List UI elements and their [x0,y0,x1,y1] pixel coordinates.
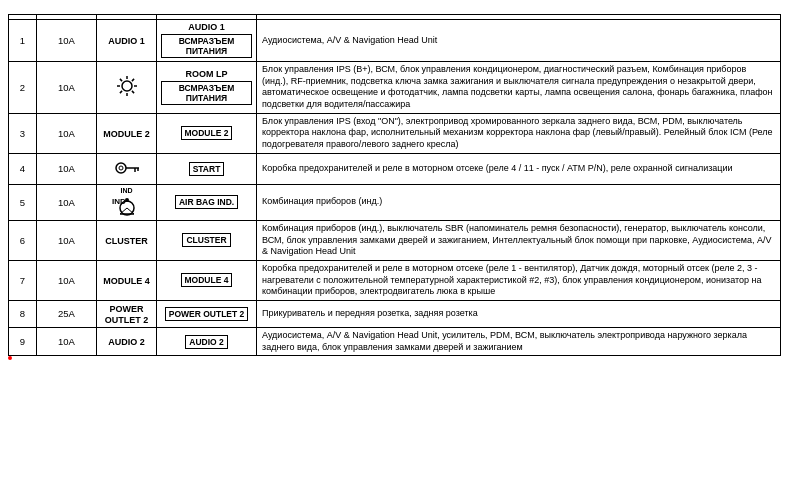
table-row: 825APOWER OUTLET 2POWER OUTLET 2Прикурив… [9,300,781,327]
cell-protected: Комбинация приборов (инд.), выключатель … [257,220,781,260]
cell-no: 1 [9,20,37,62]
svg-point-0 [122,81,132,91]
cell-symbol: CLUSTER [97,220,157,260]
svg-point-10 [119,166,123,170]
cell-name: CLUSTER [157,220,257,260]
cell-no: 4 [9,153,37,184]
cell-name: START [157,153,257,184]
cell-no: 9 [9,327,37,355]
table-row: 910AAUDIO 2AUDIO 2Аудиосистема, A/V & Na… [9,327,781,355]
cell-symbol: MODULE 2 [97,113,157,153]
cell-nominal: 10A [37,220,97,260]
cell-no: 3 [9,113,37,153]
table-wrapper: 110AAUDIO 1AUDIO 1ВСМРАЗЪЕМ ПИТАНИЯАудио… [8,14,781,356]
table-row: 310AMODULE 2MODULE 2Блок управления IPS … [9,113,781,153]
cell-name: MODULE 2 [157,113,257,153]
table-row: 610ACLUSTERCLUSTERКомбинация приборов (и… [9,220,781,260]
cell-no: 6 [9,220,37,260]
cell-nominal: 10A [37,62,97,114]
cell-name: MODULE 4 [157,260,257,300]
table-row: 110AAUDIO 1AUDIO 1ВСМРАЗЪЕМ ПИТАНИЯАудио… [9,20,781,62]
cell-name: AIR BAG IND. [157,184,257,220]
cell-name: AUDIO 1ВСМРАЗЪЕМ ПИТАНИЯ [157,20,257,62]
cell-symbol: MODULE 4 [97,260,157,300]
cell-nominal: 10A [37,20,97,62]
cell-protected: Коробка предохранителей и реле в моторно… [257,260,781,300]
cell-no: 2 [9,62,37,114]
fuse-table: 110AAUDIO 1AUDIO 1ВСМРАЗЪЕМ ПИТАНИЯАудио… [8,14,781,356]
cell-protected: Прикуриватель и передняя розетка, задняя… [257,300,781,327]
cell-nominal: 10A [37,153,97,184]
cell-nominal: 10A [37,184,97,220]
cell-no: 7 [9,260,37,300]
table-row: 510AIND IND AIR BAG IND.Комбинация прибо… [9,184,781,220]
cell-name: POWER OUTLET 2 [157,300,257,327]
svg-line-6 [119,79,121,81]
cell-no: 8 [9,300,37,327]
cell-symbol: AUDIO 1 [97,20,157,62]
cell-protected: Коробка предохранителей и реле в моторно… [257,153,781,184]
svg-point-9 [116,163,126,173]
cell-nominal: 10A [37,113,97,153]
cell-symbol [97,153,157,184]
cell-protected: Комбинация приборов (инд.) [257,184,781,220]
cell-symbol: POWER OUTLET 2 [97,300,157,327]
cell-nominal: 10A [37,260,97,300]
cell-name: ROOM LPВСМРАЗЪЕМ ПИТАНИЯ [157,62,257,114]
cell-no: 5 [9,184,37,220]
table-row: 210A ROOM LPВСМРАЗЪЕМ ПИТАНИЯБлок управл… [9,62,781,114]
cell-protected: Блок управления IPS (вход "ON"), электро… [257,113,781,153]
cell-name: AUDIO 2 [157,327,257,355]
cell-nominal: 10A [37,327,97,355]
cell-protected: Аудиосистема, A/V & Navigation Head Unit [257,20,781,62]
table-row: 710AMODULE 4MODULE 4Коробка предохраните… [9,260,781,300]
cell-protected: Блок управления IPS (В+), ВСМ, блок упра… [257,62,781,114]
svg-point-19 [125,198,129,202]
cell-protected: Аудиосистема, A/V & Navigation Head Unit… [257,327,781,355]
svg-line-2 [131,91,133,93]
svg-line-4 [119,91,121,93]
cell-symbol: IND IND [97,184,157,220]
svg-line-8 [131,79,133,81]
cell-symbol [97,62,157,114]
cell-symbol: AUDIO 2 [97,327,157,355]
table-row: 410A STARTКоробка предохранителей и реле… [9,153,781,184]
cell-nominal: 25A [37,300,97,327]
